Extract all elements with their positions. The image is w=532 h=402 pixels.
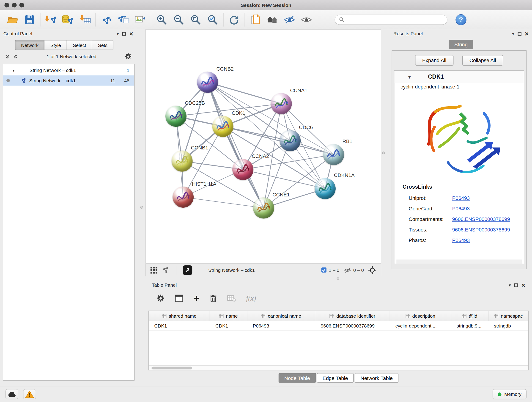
expand-all-button[interactable]: Expand All xyxy=(415,55,453,65)
network-collection-row[interactable]: ▼ String Network – cdk1 1 xyxy=(3,65,134,75)
clone-network-button[interactable] xyxy=(247,12,264,27)
tab-select[interactable]: Select xyxy=(67,40,92,50)
column-header-name[interactable]: name xyxy=(210,311,247,321)
control-panel-float-icon[interactable] xyxy=(122,32,126,36)
crosslink-link[interactable]: P06493 xyxy=(452,206,470,211)
table-settings-gear-icon[interactable] xyxy=(157,294,165,303)
search-input[interactable] xyxy=(347,17,443,22)
crosslink-link[interactable]: 9606.ENSP00000378699 xyxy=(452,216,510,222)
show-graphics-button[interactable] xyxy=(298,12,315,27)
selected-checkbox-icon[interactable] xyxy=(321,267,327,273)
network-node-CCNB1[interactable] xyxy=(172,151,193,172)
results-panel-close-icon[interactable]: × xyxy=(525,31,529,37)
column-header-namespace[interactable]: namespac xyxy=(488,311,528,321)
zoom-fit-button[interactable] xyxy=(187,12,204,27)
import-table-button[interactable] xyxy=(76,12,94,27)
table-horizontal-scrollbar[interactable] xyxy=(149,365,528,370)
horizontal-splitter-handle[interactable] xyxy=(336,277,339,280)
add-column-icon[interactable]: + xyxy=(193,295,199,302)
main-toolbar: ? xyxy=(0,10,532,29)
network-node-CDK1[interactable] xyxy=(212,116,234,137)
tab-sets[interactable]: Sets xyxy=(92,40,114,50)
right-splitter-handle[interactable] xyxy=(382,152,385,154)
string-results-tab[interactable]: String xyxy=(449,40,473,49)
column-header-shared-name[interactable]: shared name xyxy=(149,311,210,321)
hidden-eye-slash-icon[interactable] xyxy=(344,267,351,273)
column-header-canonical-name[interactable]: canonical name xyxy=(247,311,315,321)
search-box[interactable] xyxy=(335,14,447,25)
warnings-button[interactable] xyxy=(23,389,36,399)
network-node-CCNB2[interactable] xyxy=(197,72,218,93)
column-header-database-identifier[interactable]: database identifier xyxy=(315,311,390,321)
help-button[interactable]: ? xyxy=(456,14,466,25)
new-network-button[interactable] xyxy=(98,12,115,27)
gene-collapse-icon[interactable]: ▼ xyxy=(407,75,412,79)
network-options-gear-icon[interactable] xyxy=(125,53,132,60)
zoom-window-icon[interactable] xyxy=(19,3,24,7)
column-header-description[interactable]: description xyxy=(390,311,451,321)
hide-graphics-button[interactable] xyxy=(281,12,298,27)
delete-column-trash-icon[interactable] xyxy=(209,294,217,303)
protein-ribbon-thumb xyxy=(271,93,292,114)
network-node-CCNA1[interactable] xyxy=(271,93,292,114)
gene-card-scrollbar[interactable] xyxy=(396,260,522,264)
open-session-button[interactable] xyxy=(4,12,21,27)
close-window-icon[interactable] xyxy=(4,3,9,7)
show-columns-icon[interactable] xyxy=(175,295,183,302)
left-splitter-handle[interactable] xyxy=(140,206,143,209)
birdseye-view-icon[interactable] xyxy=(150,266,158,274)
tab-node-table[interactable]: Node Table xyxy=(279,373,316,383)
minimize-window-icon[interactable] xyxy=(12,3,17,7)
save-session-button[interactable] xyxy=(21,12,38,27)
export-image-button[interactable] xyxy=(132,12,149,27)
network-row[interactable]: String Network – cdk1 11 48 xyxy=(3,75,134,85)
selected-nodes-edges-count: 1 – 0 xyxy=(329,267,339,273)
tab-edge-table[interactable]: Edge Table xyxy=(317,373,354,383)
home-button[interactable] xyxy=(264,12,281,27)
network-canvas[interactable]: CCNB2CCNA1CDC25BCDK1CDC6RB1CCNB1CCNA2CDK… xyxy=(146,29,381,264)
tab-style[interactable]: Style xyxy=(45,40,67,50)
crosslink-label: GeneCard: xyxy=(409,206,452,211)
network-node-CDKN1A[interactable] xyxy=(315,178,336,199)
collection-twisty-icon[interactable]: ▼ xyxy=(12,69,15,72)
network-node-CCNE1[interactable] xyxy=(253,197,274,218)
network-from-table-button[interactable] xyxy=(115,12,132,27)
memory-button[interactable]: Memory xyxy=(493,389,527,399)
table-row[interactable]: CDK1 CDK1 P06493 9606.ENSP00000378699 cy… xyxy=(149,321,528,331)
column-header-id[interactable]: @id xyxy=(451,311,488,321)
zoom-in-button[interactable] xyxy=(153,12,170,27)
zoom-out-button[interactable] xyxy=(170,12,187,27)
protein-ribbon-thumb xyxy=(197,72,218,93)
crosslink-link[interactable]: P06493 xyxy=(452,237,470,243)
table-panel-close-icon[interactable]: × xyxy=(521,282,525,288)
control-panel-close-icon[interactable]: × xyxy=(129,31,133,37)
import-network-file-button[interactable] xyxy=(42,12,59,27)
control-panel: Control Panel ▾ × Network Style Select S… xyxy=(0,29,137,386)
network-node-RB1[interactable] xyxy=(323,144,344,165)
network-node-CDC6[interactable] xyxy=(279,130,301,151)
results-panel-float-icon[interactable] xyxy=(518,32,521,36)
tab-network[interactable]: Network xyxy=(15,40,45,50)
results-panel-menu-icon[interactable]: ▾ xyxy=(512,32,514,36)
scrollbar-thumb[interactable] xyxy=(152,367,192,370)
collapse-tree-icon[interactable] xyxy=(13,54,18,59)
table-panel-menu-icon[interactable]: ▾ xyxy=(509,283,511,287)
tab-network-table[interactable]: Network Table xyxy=(355,373,399,383)
refresh-button[interactable] xyxy=(226,12,243,27)
network-node-CDC25B[interactable] xyxy=(165,106,186,127)
network-overview-icon[interactable] xyxy=(162,266,170,274)
control-panel-menu-icon[interactable]: ▾ xyxy=(117,32,119,36)
crosslink-link[interactable]: 9606.ENSP00000378699 xyxy=(452,227,510,232)
cell-id: stringdb:9... xyxy=(451,321,488,330)
fit-content-crosshair-icon[interactable] xyxy=(368,266,376,274)
network-node-HIST1H1A[interactable] xyxy=(172,186,194,208)
import-network-database-button[interactable] xyxy=(59,12,76,27)
zoom-selected-button[interactable] xyxy=(204,12,221,27)
network-node-CCNA2[interactable] xyxy=(232,159,253,180)
expand-tree-icon[interactable] xyxy=(5,54,10,59)
open-in-new-window-button[interactable] xyxy=(183,265,192,275)
collapse-all-button[interactable]: Collapse All xyxy=(462,55,503,65)
crosslink-link[interactable]: P06493 xyxy=(452,195,470,201)
cloud-status-button[interactable] xyxy=(6,389,18,399)
table-panel-float-icon[interactable] xyxy=(514,283,518,287)
